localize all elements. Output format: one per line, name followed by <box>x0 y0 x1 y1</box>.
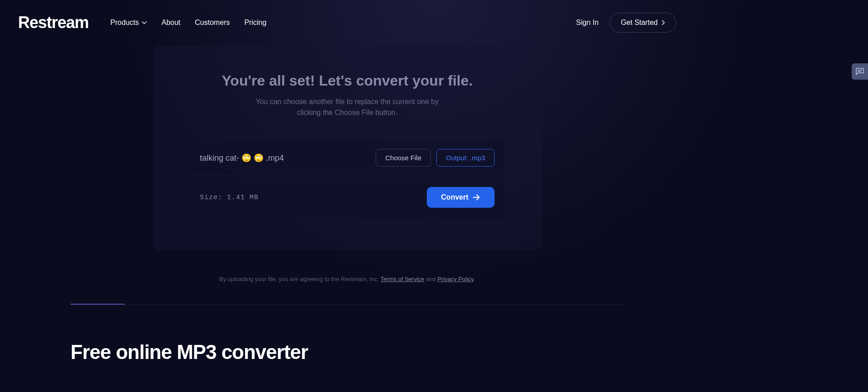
file-row: talking cat- 🙄 🙄 .mp4 Choose File Output… <box>189 140 505 176</box>
privacy-link[interactable]: Privacy Policy <box>437 276 473 282</box>
get-started-label: Get Started <box>621 19 658 27</box>
file-card: talking cat- 🙄 🙄 .mp4 Choose File Output… <box>189 140 505 219</box>
header: Restream Products About Customers Pricin… <box>0 0 694 45</box>
terms-link[interactable]: Terms of Service <box>381 276 425 282</box>
file-actions: Choose File Output: .mp3 <box>376 149 495 167</box>
nav-pricing[interactable]: Pricing <box>244 19 266 27</box>
header-right: Sign In Get Started <box>576 13 676 33</box>
filename: talking cat- 🙄 🙄 .mp4 <box>200 153 284 163</box>
legal-and: and <box>425 276 438 282</box>
file-size: Size: 1.41 MB <box>200 194 259 201</box>
legal-suffix: . <box>473 276 475 282</box>
section-divider <box>71 304 624 305</box>
convert-button[interactable]: Convert <box>427 187 495 208</box>
chevron-right-icon <box>661 20 665 25</box>
get-started-button[interactable]: Get Started <box>609 13 676 33</box>
nav-about[interactable]: About <box>161 19 180 27</box>
arrow-right-icon <box>473 194 480 201</box>
main-nav: Products About Customers Pricing <box>110 19 266 27</box>
legal-prefix: By uploading your file, you are agreeing… <box>219 276 381 282</box>
header-left: Restream Products About Customers Pricin… <box>18 13 266 32</box>
chevron-down-icon <box>142 21 147 24</box>
nav-customers[interactable]: Customers <box>195 19 230 27</box>
choose-file-button[interactable]: Choose File <box>376 149 431 167</box>
page-title: Free online MP3 converter <box>71 341 624 363</box>
sign-in-link[interactable]: Sign In <box>576 19 599 27</box>
logo[interactable]: Restream <box>18 13 89 32</box>
convert-label: Convert <box>441 193 468 201</box>
size-row: Size: 1.41 MB Convert <box>189 176 505 219</box>
converter-subheading: You can choose another file to replace t… <box>248 96 447 118</box>
legal-text: By uploading your file, you are agreeing… <box>0 276 694 282</box>
converter-heading: You're all set! Let's convert your file. <box>189 72 505 89</box>
output-format-button[interactable]: Output: .mp3 <box>436 149 495 167</box>
converter-panel: You're all set! Let's convert your file.… <box>153 45 542 250</box>
nav-products[interactable]: Products <box>110 19 147 27</box>
nav-products-label: Products <box>110 19 139 27</box>
